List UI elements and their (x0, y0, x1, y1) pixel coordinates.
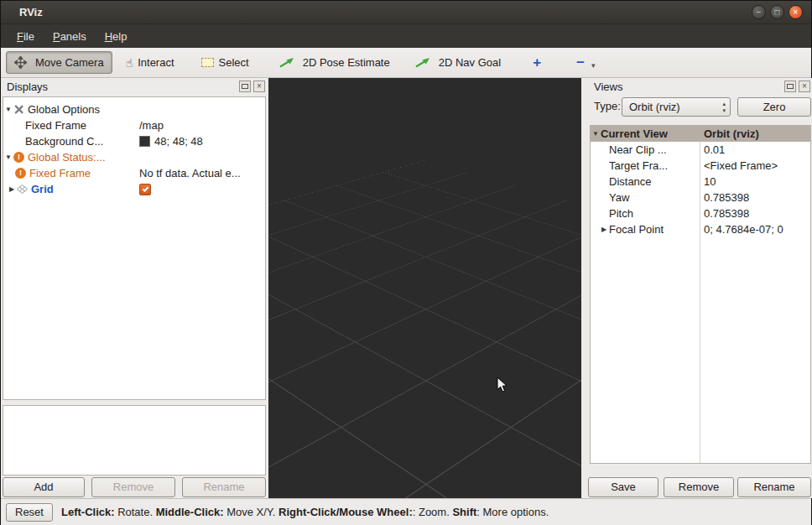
expander-closed-icon[interactable]: ▶ (7, 185, 17, 193)
displays-tree: ▼ Global Options Fix (3, 96, 266, 400)
grid-icon (17, 185, 28, 194)
chevron-down-icon[interactable]: ▾ (591, 61, 596, 73)
close-panel-icon[interactable]: × (253, 81, 265, 92)
display-description-box (3, 405, 266, 476)
view-row-value[interactable]: 10 (700, 175, 810, 188)
nav-goal-label: 2D Nav Goal (439, 56, 501, 69)
view-type-dropdown[interactable]: Orbit (rviz) ▴▾ (622, 97, 731, 117)
move-camera-label: Move Camera (35, 56, 104, 69)
view-type-value: Orbit (rviz) (629, 101, 680, 113)
view-row-value: Orbit (rviz) (700, 127, 810, 140)
interact-tool[interactable]: ☝ Interact (117, 51, 183, 74)
view-property-row[interactable]: Distance 10 (591, 174, 810, 190)
views-panel-title: Views (594, 81, 782, 93)
expander-closed-icon[interactable]: ▶ (599, 226, 609, 233)
view-property-row[interactable]: Target Fra... <Fixed Frame> (591, 158, 810, 174)
current-view-row[interactable]: ▼ Current View Orbit (rviz) (591, 126, 810, 142)
green-arrow-icon (415, 57, 430, 68)
remove-button[interactable]: Remove (664, 477, 734, 497)
tree-row-status-fixed-frame[interactable]: ! Fixed Frame No tf data. Actual e... (3, 165, 265, 181)
hand-icon: ☝ (126, 56, 133, 70)
nav-goal-tool[interactable]: 2D Nav Goal (407, 51, 509, 74)
select-label: Select (219, 56, 249, 69)
warning-icon: ! (13, 152, 24, 163)
tree-label: Fixed Frame (29, 167, 91, 179)
tree-label: Background C... (25, 135, 103, 148)
view-row-value[interactable]: 0.785398 (700, 191, 810, 204)
maximize-button[interactable]: □ (770, 5, 784, 19)
add-button[interactable]: Add (3, 477, 85, 497)
fixed-frame-value[interactable]: /map (139, 119, 164, 132)
tree-row-global-options[interactable]: ▼ Global Options (3, 101, 265, 117)
menu-file[interactable]: File (8, 26, 44, 47)
green-arrow-icon (279, 57, 294, 68)
status-message: No tf data. Actual e... (139, 167, 241, 179)
tree-label: Global Status:... (28, 151, 106, 164)
view-row-value[interactable]: 0.01 (700, 143, 810, 156)
tree-row-fixed-frame[interactable]: Fixed Frame /map (3, 117, 265, 133)
view-row-label: Current View (601, 127, 668, 140)
view-row-label: Focal Point (609, 223, 664, 236)
remove-button[interactable]: Remove (91, 477, 175, 497)
rviz-window: RViz − □ × File Panels Help (0, 0, 812, 525)
add-tool-button[interactable]: + (524, 51, 549, 74)
view-row-value[interactable]: <Fixed Frame> (700, 159, 810, 172)
displays-buttons: Add Remove Rename (1, 477, 268, 498)
zero-button[interactable]: Zero (737, 97, 811, 117)
expander-open-icon[interactable]: ▼ (3, 106, 13, 113)
view-row-value[interactable]: 0; 4.7684e-07; 0 (700, 223, 810, 236)
wrench-icon (13, 104, 24, 115)
view-property-row[interactable]: Pitch 0.785398 (591, 205, 810, 221)
background-color-value[interactable]: 48; 48; 48 (154, 135, 203, 148)
close-button[interactable]: × (789, 5, 803, 19)
window-title: RViz (19, 6, 43, 18)
float-panel-icon[interactable] (784, 81, 796, 92)
grid-enabled-checkbox[interactable] (139, 184, 151, 195)
color-swatch[interactable] (139, 136, 150, 147)
tree-label: Grid (31, 183, 54, 195)
pose-estimate-label: 2D Pose Estimate (303, 56, 390, 69)
view-property-row[interactable]: Yaw 0.785398 (591, 190, 810, 205)
rename-button[interactable]: Rename (737, 477, 811, 497)
status-bar: Reset Left-Click: Rotate. Middle-Click: … (1, 498, 811, 525)
select-tool[interactable]: Select (193, 51, 258, 74)
title-bar[interactable]: RViz − □ × (1, 1, 811, 24)
tree-label: Global Options (28, 103, 100, 116)
view-property-row[interactable]: ▶ Focal Point 0; 4.7684e-07; 0 (591, 221, 810, 237)
plus-icon: + (533, 56, 541, 70)
tree-label: Fixed Frame (25, 119, 86, 132)
view-row-label: Pitch (609, 207, 633, 220)
warning-icon: ! (15, 168, 26, 179)
view-property-row[interactable]: Near Clip ... 0.01 (591, 142, 810, 158)
move-camera-icon (14, 56, 27, 69)
tree-row-global-status[interactable]: ▼ ! Global Status:... (3, 149, 265, 165)
view-row-value[interactable]: 0.785398 (700, 207, 810, 220)
displays-panel-header[interactable]: Displays × (1, 78, 268, 95)
tree-row-background-color[interactable]: Background C... 48; 48; 48 (3, 133, 265, 149)
pose-estimate-tool[interactable]: 2D Pose Estimate (271, 51, 398, 74)
save-button[interactable]: Save (588, 477, 658, 497)
remove-tool-button[interactable]: − ▾ (568, 51, 603, 74)
expander-open-icon[interactable]: ▼ (591, 130, 601, 138)
interact-label: Interact (138, 56, 174, 69)
render-viewport[interactable] (268, 78, 581, 498)
menu-help[interactable]: Help (96, 26, 137, 47)
tree-row-grid[interactable]: ▶ Grid (3, 181, 265, 197)
view-row-label: Distance (609, 175, 652, 188)
expander-open-icon[interactable]: ▼ (3, 153, 13, 161)
reset-button[interactable]: Reset (6, 503, 53, 522)
displays-panel: Displays × ▼ Global O (1, 78, 268, 498)
move-camera-tool[interactable]: Move Camera (6, 51, 112, 74)
mouse-cursor-icon (497, 377, 508, 396)
rename-button[interactable]: Rename (182, 477, 266, 497)
minimize-button[interactable]: − (752, 5, 766, 19)
minus-icon: − (576, 56, 585, 70)
views-panel: Views × Type: Orbit (rviz) ▴▾ Zero ▼ Cur… (588, 78, 812, 498)
menu-panels[interactable]: Panels (44, 26, 96, 47)
close-panel-icon[interactable]: × (799, 81, 810, 92)
float-panel-icon[interactable] (239, 81, 251, 92)
views-panel-header[interactable]: Views × (588, 78, 812, 95)
views-table: ▼ Current View Orbit (rviz) Near Clip ..… (590, 125, 811, 464)
displays-panel-title: Displays (7, 81, 237, 93)
view-row-label: Target Fra... (609, 159, 668, 172)
